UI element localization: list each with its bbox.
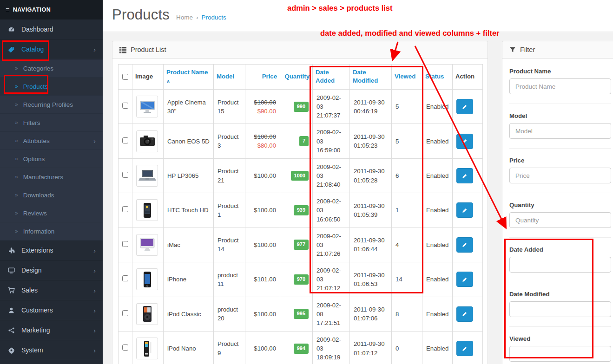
filter-input-viewed[interactable] (509, 346, 611, 362)
sort-asc-icon: ∧ (166, 78, 170, 84)
edit-button[interactable] (456, 237, 473, 253)
date-added-cell: 2009-02-03 16:06:50 (313, 193, 350, 228)
edit-button[interactable] (456, 99, 473, 114)
date-modified-cell: 2011-09-30 01:05:28 (350, 158, 392, 193)
sidebar-item-filters[interactable]: »Filters (0, 114, 103, 132)
column-header-viewed[interactable]: Viewed (392, 65, 422, 90)
filter-input-date-added[interactable] (509, 257, 611, 273)
sidebar-item-recurring-profiles[interactable]: »Recurring Profiles (0, 96, 103, 114)
filter-label-viewed: Viewed (509, 335, 611, 342)
column-header-status[interactable]: Status (422, 65, 453, 90)
hp-lp3065-thumbnail (136, 165, 158, 187)
quantity-cell: 990 (280, 89, 313, 124)
select-all-checkbox[interactable] (119, 65, 132, 90)
page-title: Products (112, 6, 170, 23)
filter-input-quantity[interactable] (509, 212, 611, 228)
filter-group-product-name: Product Name (509, 58, 611, 104)
product-row-iphone: iPhoneproduct 11$101.009702009-02-03 21:… (119, 262, 483, 297)
edit-button[interactable] (456, 168, 473, 183)
sidebar-item-system[interactable]: System› (0, 340, 103, 360)
sidebar-item-products[interactable]: »Products (0, 78, 103, 96)
row-checkbox[interactable] (122, 310, 128, 316)
sidebar: ≡ NAVIGATION DashboardCatalog›»Categorie… (0, 0, 103, 364)
product-row-canon-eos-5d: Canon EOS 5DProduct 3$100.00$80.0072009-… (119, 124, 483, 158)
sidebar-item-categories[interactable]: »Categories (0, 59, 103, 78)
breadcrumb-products[interactable]: Products (201, 14, 226, 21)
apple-cinema-30-thumbnail (136, 96, 158, 117)
sidebar-item-label: System (21, 346, 43, 354)
row-checkbox[interactable] (122, 103, 128, 109)
row-checkbox[interactable] (122, 241, 128, 247)
row-checkbox[interactable] (122, 275, 128, 281)
quantity-badge: 939 (294, 205, 309, 215)
quantity-cell: 995 (280, 297, 313, 331)
sidebar-item-reviews[interactable]: »Reviews (0, 204, 103, 222)
row-checkbox[interactable] (122, 206, 128, 212)
filter-input-product-name[interactable] (509, 78, 611, 94)
breadcrumb: Home › Products (176, 14, 226, 21)
chevron-right-icon: › (93, 306, 96, 314)
row-checkbox-cell (119, 297, 132, 331)
date-added-cell: 2009-02-08 17:21:51 (313, 297, 350, 331)
date-modified-cell: 2011-09-30 01:06:44 (350, 228, 392, 262)
iphone-thumbnail (136, 268, 158, 290)
action-cell (453, 228, 483, 262)
price-cell: $101.00 (245, 262, 280, 297)
sidebar-item-label: Dashboard (21, 26, 53, 33)
filter-group-date-added: Date Added (509, 238, 611, 282)
sidebar-item-design[interactable]: Design› (0, 260, 103, 280)
sidebar-item-label: Recurring Profiles (23, 101, 73, 108)
price: $100.00 (254, 311, 276, 318)
edit-button[interactable] (456, 272, 473, 287)
sidebar-item-downloads[interactable]: »Downloads (0, 186, 103, 204)
sidebar-item-information[interactable]: »Information (0, 222, 103, 240)
pencil-icon (461, 173, 468, 179)
column-header-date-added[interactable]: Date Added (313, 65, 350, 90)
edit-button[interactable] (456, 202, 473, 218)
row-checkbox[interactable] (122, 137, 128, 143)
column-header-action: Action (453, 65, 483, 90)
action-cell (453, 193, 483, 228)
sidebar-item-sales[interactable]: Sales› (0, 280, 103, 300)
select-all-checkbox[interactable] (122, 74, 128, 80)
date-added-cell: 2009-02-03 21:07:26 (313, 228, 350, 262)
filter-input-date-modified[interactable] (509, 301, 611, 317)
catalog-tag-icon (7, 46, 15, 53)
share-icon (7, 327, 15, 334)
filter-input-model[interactable] (509, 123, 611, 139)
image-cell (132, 331, 164, 364)
chevron-right-icon: › (93, 137, 96, 145)
sidebar-item-marketing[interactable]: Marketing› (0, 320, 103, 340)
sidebar-item-dashboard[interactable]: Dashboard (0, 20, 103, 39)
sidebar-item-extensions[interactable]: Extensions› (0, 240, 103, 260)
edit-button[interactable] (456, 306, 473, 322)
column-header-quantity[interactable]: Quantity (280, 65, 313, 90)
sidebar-item-label: Filters (23, 119, 40, 126)
column-header-price[interactable]: Price (245, 65, 280, 90)
price: $100.00 (254, 345, 276, 352)
sidebar-item-options[interactable]: »Options (0, 150, 103, 168)
sidebar-item-manufacturers[interactable]: »Manufacturers (0, 168, 103, 186)
row-checkbox[interactable] (122, 344, 128, 351)
column-header-product-name[interactable]: Product Name ∧ (164, 65, 214, 90)
filter-panel: Filter Product NameModelPriceQuantityDat… (502, 41, 613, 364)
edit-button[interactable] (456, 341, 473, 356)
row-checkbox[interactable] (122, 172, 128, 178)
breadcrumb-home[interactable]: Home (176, 14, 193, 21)
image-cell (132, 262, 164, 297)
sidebar-item-partial[interactable] (0, 360, 103, 364)
model-cell: Product 9 (214, 331, 245, 364)
filter-label-product-name: Product Name (509, 68, 611, 75)
column-header-date-modified[interactable]: Date Modified (350, 65, 392, 90)
action-cell (453, 89, 483, 124)
date-modified-cell: 2011-09-30 01:07:12 (350, 331, 392, 364)
filter-input-price[interactable] (509, 168, 611, 183)
sidebar-item-catalog[interactable]: Catalog› (0, 39, 103, 59)
viewed-cell: 0 (392, 331, 422, 364)
column-header-model[interactable]: Model (214, 65, 245, 90)
sidebar-item-attributes[interactable]: »Attributes› (0, 132, 103, 150)
date-added-cell: 2009-02-03 21:07:12 (313, 262, 350, 297)
edit-button[interactable] (456, 134, 473, 149)
sidebar-item-customers[interactable]: Customers› (0, 300, 103, 320)
image-cell (132, 228, 164, 262)
